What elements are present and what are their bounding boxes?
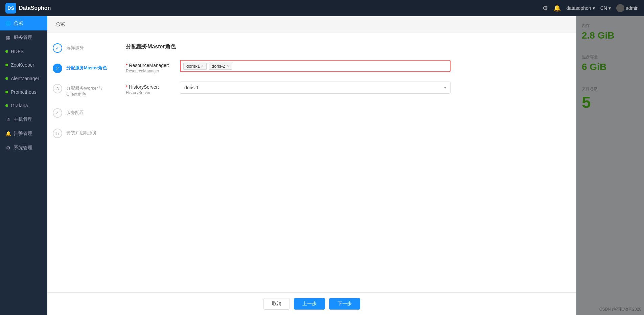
step-2[interactable]: 2 分配服务Master角色 [53, 64, 109, 73]
modal-header-tab: 总览 [55, 21, 65, 27]
host-mgmt-icon: 🖥 [5, 117, 11, 122]
tag-doris-2: doris-2 × [209, 63, 232, 70]
sidebar-item-label: ZooKeeper [11, 62, 34, 68]
sidebar-item-hdfs[interactable]: HDFS [0, 45, 47, 58]
sidebar-item-label: Grafana [11, 103, 28, 108]
tag-doris-2-close[interactable]: × [227, 64, 229, 68]
step-4-label: 服务配置 [66, 110, 84, 116]
history-server-sub: HistoryServer [126, 90, 180, 95]
sidebar-item-prometheus[interactable]: Prometheus [0, 85, 47, 99]
sidebar-item-label: 告警管理 [14, 131, 32, 137]
resource-manager-field[interactable]: doris-1 × doris-2 × [180, 60, 566, 72]
sidebar-item-system-mgmt[interactable]: ⚙ 系统管理 [0, 141, 47, 155]
history-server-row: * HistoryServer: HistoryServer doris-1 ▾ [126, 82, 566, 95]
sidebar-item-label: 系统管理 [14, 145, 32, 151]
step-5-label: 安装并启动服务 [66, 130, 97, 136]
prometheus-status-dot [5, 91, 8, 93]
sidebar: 🌐 总览 ▦ 服务管理 HDFS ZooKeeper AlertManager … [0, 16, 47, 315]
step-1[interactable]: 选择服务 [53, 43, 109, 53]
select-arrow-icon: ▾ [444, 85, 446, 90]
sidebar-item-service-mgmt[interactable]: ▦ 服务管理 [0, 30, 47, 45]
app-title: DataSophon [19, 5, 51, 11]
history-server-value: doris-1 [184, 85, 199, 90]
resource-manager-label: * ResourceManager: [126, 63, 180, 68]
resource-manager-label-wrap: * ResourceManager: ResourceManager [126, 60, 180, 73]
overview-icon: 🌐 [5, 21, 11, 26]
alertmanager-status-dot [5, 77, 8, 80]
history-server-select[interactable]: doris-1 ▾ [180, 82, 451, 94]
prev-button[interactable]: 上一步 [294, 298, 325, 310]
next-button[interactable]: 下一步 [329, 298, 360, 310]
sidebar-item-label: AlertManager [11, 76, 39, 81]
step-2-label: 分配服务Master角色 [66, 65, 107, 71]
sidebar-item-overview[interactable]: 🌐 总览 [0, 16, 47, 30]
sidebar-item-host-mgmt[interactable]: 🖥 主机管理 [0, 112, 47, 127]
zookeeper-status-dot [5, 64, 8, 66]
content-title: 分配服务Master角色 [126, 43, 566, 50]
settings-icon[interactable]: ⚙ [543, 4, 548, 12]
main-area: 内存 2.8 GiB 磁盘容量 6 GiB 文件总数 5 总览 [47, 16, 644, 315]
hdfs-status-dot [5, 50, 8, 53]
history-server-field[interactable]: doris-1 ▾ [180, 82, 566, 94]
step-3[interactable]: 3 分配服务Worker与Client角色 [53, 84, 109, 97]
sidebar-item-label: 服务管理 [14, 35, 32, 41]
navbar-right: ⚙ 🔔 datasophon ▾ CN ▾ admin [543, 4, 639, 12]
step-5-circle: 5 [53, 129, 62, 138]
sidebar-item-zookeeper[interactable]: ZooKeeper [0, 58, 47, 72]
sidebar-item-label: Prometheus [11, 89, 36, 95]
step-3-circle: 3 [53, 84, 62, 93]
history-server-label-wrap: * HistoryServer: HistoryServer [126, 82, 180, 95]
alert-mgmt-icon: 🔔 [5, 131, 11, 136]
step-1-circle [53, 43, 62, 53]
grafana-status-dot [5, 104, 8, 107]
modal-dialog: 总览 选择服务 2 分配服务Master角色 3 分配服务Work [47, 16, 576, 315]
step-4[interactable]: 4 服务配置 [53, 108, 109, 118]
history-server-label: * HistoryServer: [126, 84, 180, 90]
step-3-label: 分配服务Worker与Client角色 [66, 85, 109, 97]
modal-footer: 取消 上一步 下一步 [47, 292, 576, 315]
user-dropdown[interactable]: datasophon ▾ [566, 5, 595, 11]
steps-panel: 选择服务 2 分配服务Master角色 3 分配服务Worker与Client角… [47, 32, 115, 292]
sidebar-item-alertmanager[interactable]: AlertManager [0, 72, 47, 85]
modal-header: 总览 [47, 16, 576, 32]
sidebar-item-label: 主机管理 [14, 116, 32, 122]
cancel-button[interactable]: 取消 [263, 298, 290, 310]
sidebar-item-label: 总览 [14, 20, 23, 26]
sidebar-item-grafana[interactable]: Grafana [0, 99, 47, 112]
tag-doris-1-close[interactable]: × [201, 64, 204, 68]
resource-manager-row: * ResourceManager: ResourceManager doris… [126, 60, 566, 73]
admin-item[interactable]: admin [616, 4, 639, 12]
step-1-label: 选择服务 [66, 45, 84, 51]
service-mgmt-icon: ▦ [5, 35, 11, 40]
sidebar-item-label: HDFS [11, 49, 24, 54]
lang-dropdown[interactable]: CN ▾ [600, 5, 611, 11]
tag-doris-1: doris-1 × [183, 63, 207, 70]
bell-icon[interactable]: 🔔 [553, 4, 561, 12]
content-panel: 分配服务Master角色 * ResourceManager: Resource… [115, 32, 576, 292]
step-5[interactable]: 5 安装并启动服务 [53, 129, 109, 138]
step-4-circle: 4 [53, 108, 62, 118]
navbar: DS DataSophon ⚙ 🔔 datasophon ▾ CN ▾ admi… [0, 0, 644, 16]
step-2-circle: 2 [53, 64, 62, 73]
system-mgmt-icon: ⚙ [5, 145, 11, 151]
modal-body: 选择服务 2 分配服务Master角色 3 分配服务Worker与Client角… [47, 32, 576, 292]
resource-manager-sub: ResourceManager [126, 69, 180, 73]
logo: DS [5, 3, 16, 14]
brand: DS DataSophon [5, 3, 51, 14]
sidebar-item-alert-mgmt[interactable]: 🔔 告警管理 [0, 127, 47, 141]
resource-manager-tag-input[interactable]: doris-1 × doris-2 × [180, 60, 451, 72]
